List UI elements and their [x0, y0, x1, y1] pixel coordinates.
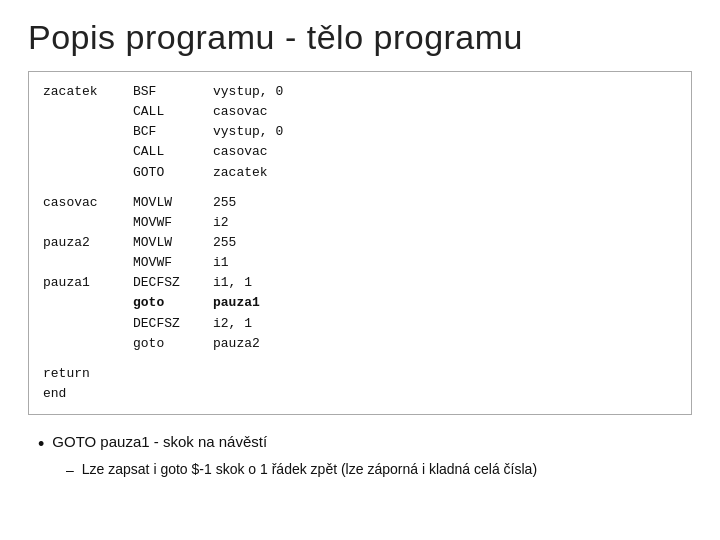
code-label: pauza1 [43, 273, 133, 293]
code-label [43, 334, 133, 354]
code-instr: MOVWF [133, 213, 213, 233]
code-table: zacatekBSFvystup, 0CALLcasovacBCFvystup,… [43, 82, 677, 404]
bullet-sub-text: Lze zapsat i goto $-1 skok o 1 řádek zpě… [82, 461, 537, 477]
table-row: MOVWFi2 [43, 213, 677, 233]
code-args: i1 [213, 253, 677, 273]
table-row: BCFvystup, 0 [43, 122, 677, 142]
code-instr: BSF [133, 82, 213, 102]
code-instr: MOVWF [133, 253, 213, 273]
table-row: return [43, 364, 677, 384]
code-args: i2, 1 [213, 314, 677, 334]
table-row: end [43, 384, 677, 404]
code-label [43, 213, 133, 233]
code-instr: DECFSZ [133, 273, 213, 293]
code-args: vystup, 0 [213, 122, 677, 142]
table-row: pauza2MOVLW255 [43, 233, 677, 253]
code-args: 255 [213, 193, 677, 213]
code-args: i2 [213, 213, 677, 233]
bullet-sub-dash: – [66, 461, 74, 481]
table-row: CALLcasovac [43, 142, 677, 162]
table-row: zacatekBSFvystup, 0 [43, 82, 677, 102]
bullet-sub: – Lze zapsat i goto $-1 skok o 1 řádek z… [38, 461, 692, 481]
code-label: casovac [43, 193, 133, 213]
code-label: zacatek [43, 82, 133, 102]
bullet-main: • GOTO pauza1 - skok na návěstí [38, 433, 692, 456]
page: Popis programu - tělo programu zacatekBS… [0, 0, 720, 540]
code-args [213, 364, 677, 384]
code-label [43, 253, 133, 273]
code-args: pauza1 [213, 293, 677, 313]
code-instr: goto [133, 334, 213, 354]
code-label [43, 163, 133, 183]
table-row: pauza1DECFSZi1, 1 [43, 273, 677, 293]
code-label [43, 122, 133, 142]
table-row: MOVWFi1 [43, 253, 677, 273]
page-title: Popis programu - tělo programu [28, 18, 692, 57]
code-instr: BCF [133, 122, 213, 142]
bullets-section: • GOTO pauza1 - skok na návěstí – Lze za… [28, 433, 692, 480]
code-args: casovac [213, 142, 677, 162]
code-args: pauza2 [213, 334, 677, 354]
table-row: GOTOzacatek [43, 163, 677, 183]
code-args: i1, 1 [213, 273, 677, 293]
code-label [43, 142, 133, 162]
code-label: end [43, 384, 133, 404]
code-args [213, 384, 677, 404]
code-instr: CALL [133, 102, 213, 122]
table-row: DECFSZi2, 1 [43, 314, 677, 334]
table-row: gotopauza1 [43, 293, 677, 313]
code-instr: MOVLW [133, 193, 213, 213]
table-row: casovacMOVLW255 [43, 193, 677, 213]
table-row: gotopauza2 [43, 334, 677, 354]
code-label [43, 102, 133, 122]
table-row: CALLcasovac [43, 102, 677, 122]
code-label: pauza2 [43, 233, 133, 253]
code-args: vystup, 0 [213, 82, 677, 102]
code-instr [133, 364, 213, 384]
code-instr: goto [133, 293, 213, 313]
code-box: zacatekBSFvystup, 0CALLcasovacBCFvystup,… [28, 71, 692, 415]
code-instr: DECFSZ [133, 314, 213, 334]
code-args: zacatek [213, 163, 677, 183]
code-instr: GOTO [133, 163, 213, 183]
code-label [43, 314, 133, 334]
code-args: casovac [213, 102, 677, 122]
bullet-dot: • [38, 433, 44, 456]
code-instr: CALL [133, 142, 213, 162]
bullet-main-text: GOTO pauza1 - skok na návěstí [52, 433, 267, 450]
code-label: return [43, 364, 133, 384]
code-label [43, 293, 133, 313]
code-instr [133, 384, 213, 404]
code-instr: MOVLW [133, 233, 213, 253]
code-args: 255 [213, 233, 677, 253]
